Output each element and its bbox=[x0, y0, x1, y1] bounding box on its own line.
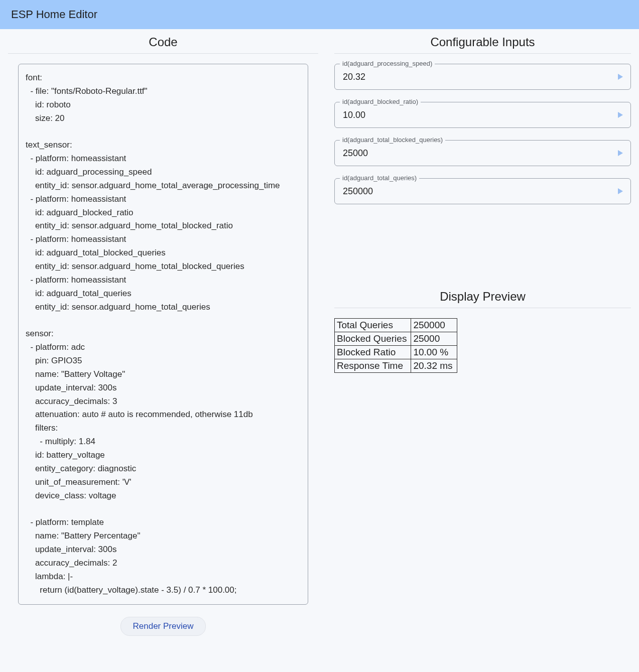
preview-value: 250000 bbox=[411, 319, 457, 332]
input-field-adguard-blocked-ratio: id(adguard_blocked_ratio) bbox=[334, 102, 631, 128]
preview-value: 20.32 ms bbox=[411, 359, 457, 373]
input-label: id(adguard_total_blocked_queries) bbox=[340, 136, 445, 144]
input-value[interactable] bbox=[342, 186, 608, 197]
input-label: id(adguard_total_queries) bbox=[340, 174, 419, 182]
code-column: Code font: - file: "fonts/Roboto-Regular… bbox=[8, 32, 318, 636]
preview-key: Response Time bbox=[335, 359, 411, 373]
preview-key: Blocked Ratio bbox=[335, 346, 411, 359]
render-preview-button[interactable]: Render Preview bbox=[120, 617, 206, 636]
code-editor[interactable]: font: - file: "fonts/Roboto-Regular.ttf"… bbox=[18, 64, 308, 605]
inputs-list: id(adguard_processing_speed) id(adguard_… bbox=[334, 64, 631, 204]
input-field-adguard-total-blocked-queries: id(adguard_total_blocked_queries) bbox=[334, 140, 631, 166]
right-column: Configurable Inputs id(adguard_processin… bbox=[334, 32, 631, 636]
input-label: id(adguard_processing_speed) bbox=[340, 60, 435, 67]
table-row: Blocked Ratio 10.00 % bbox=[335, 346, 457, 359]
table-row: Total Queries 250000 bbox=[335, 319, 457, 332]
table-row: Response Time 20.32 ms bbox=[335, 359, 457, 373]
content: Code font: - file: "fonts/Roboto-Regular… bbox=[0, 29, 639, 651]
preview-value: 25000 bbox=[411, 332, 457, 346]
play-icon[interactable] bbox=[616, 187, 624, 195]
display-preview-section: Display Preview Total Queries 250000 Blo… bbox=[334, 290, 631, 373]
preview-table: Total Queries 250000 Blocked Queries 250… bbox=[334, 318, 457, 373]
inputs-section-title: Configurable Inputs bbox=[334, 35, 631, 49]
preview-value: 10.00 % bbox=[411, 346, 457, 359]
divider bbox=[8, 53, 318, 54]
input-value[interactable] bbox=[342, 71, 608, 83]
app-title: ESP Home Editor bbox=[11, 8, 97, 21]
appbar: ESP Home Editor bbox=[0, 0, 639, 29]
play-icon[interactable] bbox=[616, 111, 624, 119]
divider bbox=[334, 53, 631, 54]
input-label: id(adguard_blocked_ratio) bbox=[340, 98, 421, 105]
input-field-adguard-total-queries: id(adguard_total_queries) bbox=[334, 178, 631, 204]
input-field-adguard-processing-speed: id(adguard_processing_speed) bbox=[334, 64, 631, 90]
play-icon[interactable] bbox=[616, 73, 624, 81]
table-row: Blocked Queries 25000 bbox=[335, 332, 457, 346]
preview-key: Total Queries bbox=[335, 319, 411, 332]
preview-section-title: Display Preview bbox=[334, 290, 631, 304]
play-icon[interactable] bbox=[616, 149, 624, 157]
input-value[interactable] bbox=[342, 109, 608, 121]
divider bbox=[334, 308, 631, 308]
input-value[interactable] bbox=[342, 148, 608, 159]
preview-key: Blocked Queries bbox=[335, 332, 411, 346]
code-section-title: Code bbox=[8, 35, 318, 49]
